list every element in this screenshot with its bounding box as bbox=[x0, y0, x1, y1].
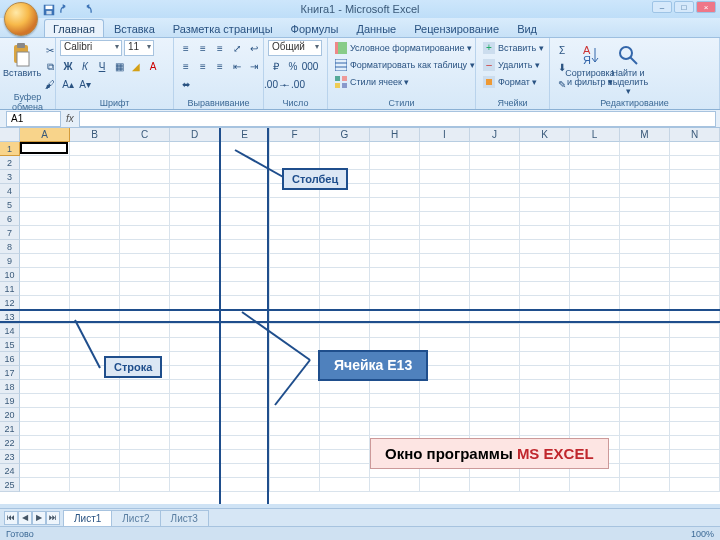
cell-A22[interactable] bbox=[20, 436, 70, 450]
cell-L14[interactable] bbox=[570, 324, 620, 338]
cell-F21[interactable] bbox=[270, 422, 320, 436]
cell-D11[interactable] bbox=[170, 282, 220, 296]
cell-B1[interactable] bbox=[70, 142, 120, 156]
cell-L5[interactable] bbox=[570, 198, 620, 212]
border-button[interactable]: ▦ bbox=[111, 58, 127, 74]
cell-G24[interactable] bbox=[320, 464, 370, 478]
cell-D9[interactable] bbox=[170, 254, 220, 268]
cell-H7[interactable] bbox=[370, 226, 420, 240]
sheet-tab-1[interactable]: Лист1 bbox=[63, 510, 112, 526]
cell-L6[interactable] bbox=[570, 212, 620, 226]
cell-M9[interactable] bbox=[620, 254, 670, 268]
cell-N2[interactable] bbox=[670, 156, 720, 170]
cell-B8[interactable] bbox=[70, 240, 120, 254]
underline-button[interactable]: Ч bbox=[94, 58, 110, 74]
cell-J3[interactable] bbox=[470, 170, 520, 184]
cell-E5[interactable] bbox=[220, 198, 270, 212]
cell-J5[interactable] bbox=[470, 198, 520, 212]
cell-D3[interactable] bbox=[170, 170, 220, 184]
cell-J6[interactable] bbox=[470, 212, 520, 226]
row-header-6[interactable]: 6 bbox=[0, 212, 20, 226]
cell-E7[interactable] bbox=[220, 226, 270, 240]
indent-inc-icon[interactable]: ⇥ bbox=[246, 58, 262, 74]
cell-C5[interactable] bbox=[120, 198, 170, 212]
cell-I14[interactable] bbox=[420, 324, 470, 338]
cell-N8[interactable] bbox=[670, 240, 720, 254]
cell-H13[interactable] bbox=[370, 310, 420, 324]
cell-A12[interactable] bbox=[20, 296, 70, 310]
cell-E22[interactable] bbox=[220, 436, 270, 450]
cell-N6[interactable] bbox=[670, 212, 720, 226]
cell-K11[interactable] bbox=[520, 282, 570, 296]
cell-I1[interactable] bbox=[420, 142, 470, 156]
cell-N21[interactable] bbox=[670, 422, 720, 436]
cell-I8[interactable] bbox=[420, 240, 470, 254]
cell-B21[interactable] bbox=[70, 422, 120, 436]
cell-L19[interactable] bbox=[570, 394, 620, 408]
cell-styles-button[interactable]: Стили ячеек ▾ bbox=[332, 74, 412, 89]
cell-F8[interactable] bbox=[270, 240, 320, 254]
row-header-23[interactable]: 23 bbox=[0, 450, 20, 464]
cell-N22[interactable] bbox=[670, 436, 720, 450]
paste-button[interactable]: Вставить bbox=[4, 40, 40, 78]
tab-insert[interactable]: Вставка bbox=[106, 20, 163, 37]
cell-K18[interactable] bbox=[520, 380, 570, 394]
cell-A9[interactable] bbox=[20, 254, 70, 268]
row-header-25[interactable]: 25 bbox=[0, 478, 20, 492]
cell-D2[interactable] bbox=[170, 156, 220, 170]
tab-data[interactable]: Данные bbox=[348, 20, 404, 37]
col-header-I[interactable]: I bbox=[420, 128, 470, 142]
cell-C24[interactable] bbox=[120, 464, 170, 478]
cell-I11[interactable] bbox=[420, 282, 470, 296]
cell-J14[interactable] bbox=[470, 324, 520, 338]
currency-icon[interactable]: ₽ bbox=[268, 58, 284, 74]
cell-N11[interactable] bbox=[670, 282, 720, 296]
cell-K1[interactable] bbox=[520, 142, 570, 156]
cell-A13[interactable] bbox=[20, 310, 70, 324]
cell-E20[interactable] bbox=[220, 408, 270, 422]
row-header-1[interactable]: 1 bbox=[0, 142, 20, 156]
cell-L20[interactable] bbox=[570, 408, 620, 422]
sheet-nav-first[interactable]: ⏮ bbox=[4, 511, 18, 525]
cell-K3[interactable] bbox=[520, 170, 570, 184]
grow-font-icon[interactable]: A▴ bbox=[60, 76, 76, 92]
cell-D17[interactable] bbox=[170, 366, 220, 380]
cell-N10[interactable] bbox=[670, 268, 720, 282]
row-header-18[interactable]: 18 bbox=[0, 380, 20, 394]
cell-H3[interactable] bbox=[370, 170, 420, 184]
cell-L15[interactable] bbox=[570, 338, 620, 352]
cell-A1[interactable] bbox=[20, 142, 70, 156]
cell-M12[interactable] bbox=[620, 296, 670, 310]
cell-B3[interactable] bbox=[70, 170, 120, 184]
cell-K6[interactable] bbox=[520, 212, 570, 226]
cell-N16[interactable] bbox=[670, 352, 720, 366]
tab-layout[interactable]: Разметка страницы bbox=[165, 20, 281, 37]
cell-A19[interactable] bbox=[20, 394, 70, 408]
cell-H19[interactable] bbox=[370, 394, 420, 408]
col-header-E[interactable]: E bbox=[220, 128, 270, 142]
cell-D18[interactable] bbox=[170, 380, 220, 394]
cell-K8[interactable] bbox=[520, 240, 570, 254]
row-header-13[interactable]: 13 bbox=[0, 310, 20, 324]
cell-M15[interactable] bbox=[620, 338, 670, 352]
cell-B4[interactable] bbox=[70, 184, 120, 198]
cell-L7[interactable] bbox=[570, 226, 620, 240]
cell-J19[interactable] bbox=[470, 394, 520, 408]
cell-C12[interactable] bbox=[120, 296, 170, 310]
comma-icon[interactable]: 000 bbox=[302, 58, 318, 74]
cell-B6[interactable] bbox=[70, 212, 120, 226]
cell-B25[interactable] bbox=[70, 478, 120, 492]
cell-L8[interactable] bbox=[570, 240, 620, 254]
minimize-button[interactable]: – bbox=[652, 1, 672, 13]
cell-M10[interactable] bbox=[620, 268, 670, 282]
maximize-button[interactable]: □ bbox=[674, 1, 694, 13]
align-right-icon[interactable]: ≡ bbox=[212, 58, 228, 74]
cell-G5[interactable] bbox=[320, 198, 370, 212]
cell-K16[interactable] bbox=[520, 352, 570, 366]
cell-K12[interactable] bbox=[520, 296, 570, 310]
cell-C4[interactable] bbox=[120, 184, 170, 198]
cell-N4[interactable] bbox=[670, 184, 720, 198]
cell-M4[interactable] bbox=[620, 184, 670, 198]
save-icon[interactable] bbox=[42, 3, 56, 17]
cell-J20[interactable] bbox=[470, 408, 520, 422]
